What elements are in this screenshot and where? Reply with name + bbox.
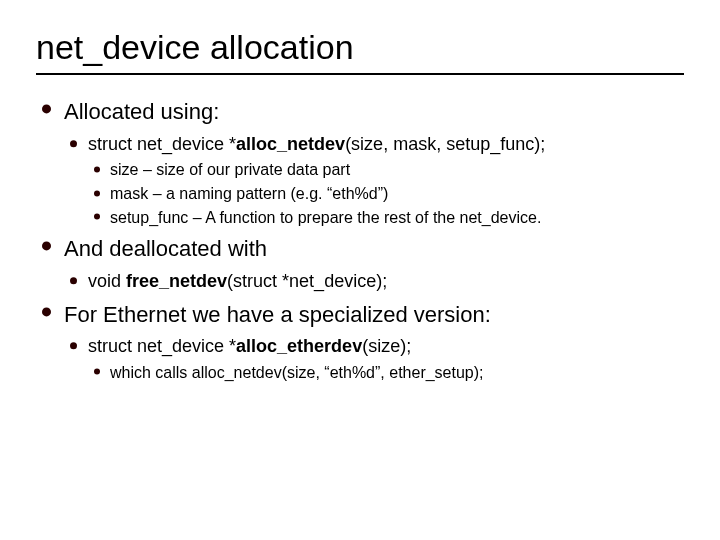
list-item: which calls alloc_netdev(size, “eth%d”, … [88, 363, 684, 384]
title-rule [36, 73, 684, 75]
code-text: struct net_device * [88, 336, 236, 356]
list-item: size – size of our private data part [88, 160, 684, 181]
list-item-label: Allocated using: [64, 99, 219, 124]
list-item: mask – a naming pattern (e.g. “eth%d”) [88, 184, 684, 205]
list-item: struct net_device *alloc_netdev(size, ma… [64, 133, 684, 229]
list-item-label: setup_func – A function to prepare the r… [110, 209, 541, 226]
code-text: (size); [362, 336, 411, 356]
list-item: Allocated using: struct net_device *allo… [36, 97, 684, 228]
slide: net_device allocation Allocated using: s… [0, 0, 720, 540]
bullet-list: struct net_device *alloc_netdev(size, ma… [64, 133, 684, 229]
code-text: void [88, 271, 126, 291]
code-text: struct net_device * [88, 134, 236, 154]
list-item-label: size – size of our private data part [110, 161, 350, 178]
code-bold: alloc_etherdev [236, 336, 362, 356]
list-item: For Ethernet we have a specialized versi… [36, 300, 684, 384]
code-bold: alloc_netdev [236, 134, 345, 154]
list-item-label: And deallocated with [64, 236, 267, 261]
bullet-list: Allocated using: struct net_device *allo… [36, 97, 684, 383]
list-item-label: which calls alloc_netdev(size, “eth%d”, … [110, 364, 484, 381]
code-text: (size, mask, setup_func); [345, 134, 545, 154]
code-text: (struct *net_device); [227, 271, 387, 291]
list-item-label: For Ethernet we have a specialized versi… [64, 302, 491, 327]
list-item: setup_func – A function to prepare the r… [88, 208, 684, 229]
list-item: void free_netdev(struct *net_device); [64, 270, 684, 293]
bullet-list: size – size of our private data part mas… [88, 160, 684, 228]
list-item: And deallocated with void free_netdev(st… [36, 234, 684, 293]
bullet-list: struct net_device *alloc_etherdev(size);… [64, 335, 684, 383]
bullet-list: which calls alloc_netdev(size, “eth%d”, … [88, 363, 684, 384]
list-item: struct net_device *alloc_etherdev(size);… [64, 335, 684, 383]
slide-title: net_device allocation [36, 28, 684, 67]
code-bold: free_netdev [126, 271, 227, 291]
bullet-list: void free_netdev(struct *net_device); [64, 270, 684, 293]
list-item-label: mask – a naming pattern (e.g. “eth%d”) [110, 185, 388, 202]
